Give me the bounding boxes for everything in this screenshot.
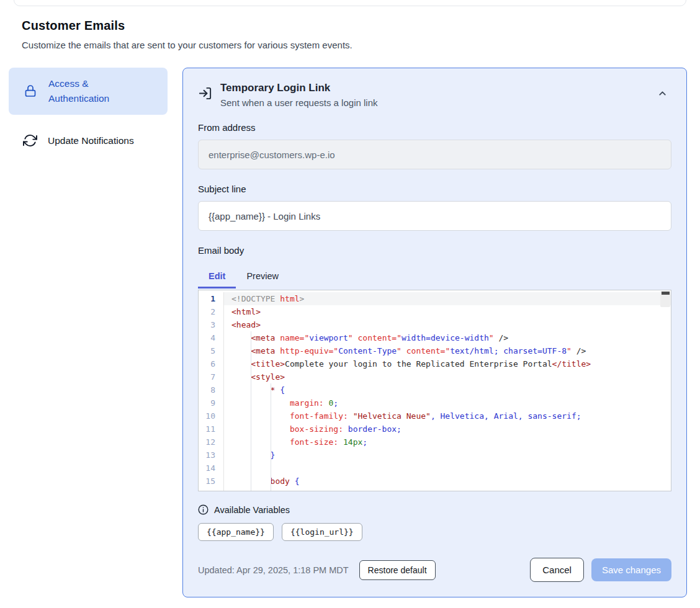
restore-default-button[interactable]: Restore default bbox=[359, 560, 436, 580]
variable-chips: {{app_name}} {{login_url}} bbox=[198, 523, 671, 541]
code-line[interactable]: 12font-size: 14px; bbox=[199, 436, 671, 449]
code-line[interactable]: 3<head> bbox=[199, 318, 671, 331]
line-number: 13 bbox=[199, 449, 224, 462]
line-number: 10 bbox=[199, 409, 224, 422]
subject-line-label: Subject line bbox=[198, 184, 671, 194]
from-address-input[interactable] bbox=[198, 140, 671, 169]
code-line[interactable]: 14 bbox=[199, 462, 671, 475]
line-number: 14 bbox=[199, 462, 224, 475]
email-body-tabs: Edit Preview bbox=[198, 265, 671, 290]
panel-title: Temporary Login Link bbox=[220, 82, 377, 94]
email-settings-panel: Temporary Login Link Sent when a user re… bbox=[182, 68, 687, 597]
main-layout: Access & Authentication Update Notificat… bbox=[0, 68, 700, 597]
variable-chip-login-url[interactable]: {{login_url}} bbox=[282, 523, 362, 541]
lock-icon bbox=[23, 84, 38, 99]
save-changes-button[interactable]: Save changes bbox=[591, 558, 671, 581]
code-line[interactable]: 2<html> bbox=[199, 305, 671, 318]
line-number: 6 bbox=[199, 357, 224, 370]
panel-header: Temporary Login Link Sent when a user re… bbox=[198, 82, 671, 108]
sidebar-item-update-notifications[interactable]: Update Notifications bbox=[9, 125, 168, 156]
page-header: Customer Emails Customize the emails tha… bbox=[0, 0, 700, 50]
sidebar: Access & Authentication Update Notificat… bbox=[9, 68, 168, 156]
code-line[interactable]: 10font-family: "Helvetica Neue", Helveti… bbox=[199, 409, 671, 422]
line-number: 3 bbox=[199, 318, 224, 331]
cancel-button[interactable]: Cancel bbox=[530, 558, 584, 582]
previous-card-edge bbox=[14, 0, 686, 6]
line-number: 12 bbox=[199, 436, 224, 449]
page-title: Customer Emails bbox=[22, 19, 700, 33]
code-line[interactable]: 16background-color: #f6f9fc; bbox=[199, 488, 671, 491]
subject-line-input[interactable] bbox=[198, 201, 671, 231]
line-number: 9 bbox=[199, 396, 224, 409]
available-variables-label: Available Variables bbox=[214, 505, 290, 515]
editor-scrollbar-track bbox=[660, 291, 670, 307]
code-line[interactable]: 8* { bbox=[199, 383, 671, 396]
line-number: 16 bbox=[199, 488, 224, 491]
code-line[interactable]: 13} bbox=[199, 449, 671, 462]
line-number: 5 bbox=[199, 344, 224, 357]
info-icon bbox=[198, 504, 209, 515]
sidebar-item-access-authentication[interactable]: Access & Authentication bbox=[9, 68, 168, 115]
line-number: 11 bbox=[199, 422, 224, 436]
code-editor[interactable]: 1<!DOCTYPE html>2<html>3<head>4<meta nam… bbox=[198, 290, 671, 491]
updated-timestamp: Updated: Apr 29, 2025, 1:18 PM MDT bbox=[198, 565, 349, 575]
chevron-up-icon[interactable] bbox=[657, 88, 668, 99]
page-subtitle: Customize the emails that are sent to yo… bbox=[22, 40, 700, 50]
code-line[interactable]: 9margin: 0; bbox=[199, 396, 671, 409]
refresh-icon bbox=[23, 133, 37, 148]
code-line[interactable]: 4<meta name="viewport" content="width=de… bbox=[199, 331, 671, 344]
variable-chip-app-name[interactable]: {{app_name}} bbox=[198, 523, 274, 541]
line-number: 4 bbox=[199, 331, 224, 344]
line-number: 7 bbox=[199, 370, 224, 383]
panel-header-text: Temporary Login Link Sent when a user re… bbox=[220, 82, 377, 108]
panel-footer: Updated: Apr 29, 2025, 1:18 PM MDT Resto… bbox=[198, 558, 671, 582]
sidebar-item-label: Access & Authentication bbox=[48, 76, 128, 106]
tab-preview[interactable]: Preview bbox=[236, 265, 289, 288]
panel-subtitle: Sent when a user requests a login link bbox=[220, 97, 377, 108]
code-line[interactable]: 5<meta http-equiv="Content-Type" content… bbox=[199, 344, 671, 357]
code-line[interactable]: 11box-sizing: border-box; bbox=[199, 422, 671, 436]
line-number: 1 bbox=[199, 292, 224, 305]
code-line[interactable]: 6<title>Complete your login to the Repli… bbox=[199, 357, 671, 370]
from-address-label: From address bbox=[198, 122, 671, 133]
code-line[interactable]: 1<!DOCTYPE html> bbox=[199, 292, 671, 305]
tab-edit[interactable]: Edit bbox=[198, 265, 236, 288]
line-number: 8 bbox=[199, 383, 224, 396]
code-line[interactable]: 7<style> bbox=[199, 370, 671, 383]
editor-scrollbar-thumb[interactable] bbox=[662, 292, 670, 295]
login-icon bbox=[198, 86, 212, 108]
code-line[interactable]: 15body { bbox=[199, 475, 671, 488]
code-editor-lines: 1<!DOCTYPE html>2<html>3<head>4<meta nam… bbox=[199, 290, 671, 491]
line-number: 15 bbox=[199, 475, 224, 488]
sidebar-item-label: Update Notifications bbox=[48, 135, 134, 146]
email-body-label: Email body bbox=[198, 245, 671, 256]
available-variables-header: Available Variables bbox=[198, 504, 671, 515]
line-number: 2 bbox=[199, 305, 224, 318]
